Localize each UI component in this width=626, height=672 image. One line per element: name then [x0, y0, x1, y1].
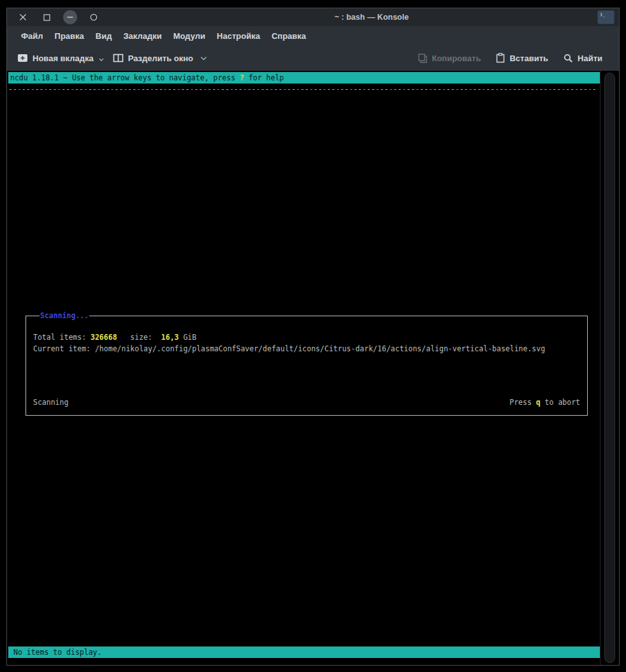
copy-label: Копировать: [432, 54, 481, 63]
konsole-app-icon: ❯_: [597, 10, 615, 24]
size-value: 16,3: [161, 333, 179, 342]
current-item-path: /home/nikolay/.config/plasmaConfSaver/de…: [95, 344, 545, 353]
menu-item-help[interactable]: Справка: [266, 31, 312, 41]
minimize-icon: [66, 13, 74, 21]
find-button[interactable]: Найти: [564, 54, 602, 63]
scrollbar[interactable]: [600, 71, 619, 665]
close-icon: [19, 13, 27, 21]
terminal-screen[interactable]: ncdu 1.18.1 ~ Use the arrow keys to navi…: [7, 71, 619, 665]
keep-above-button[interactable]: [87, 10, 101, 24]
split-window-label: Разделить окно: [128, 54, 193, 63]
paste-label: Вставить: [509, 54, 548, 63]
search-icon: [564, 54, 573, 63]
abort-key: q: [536, 398, 541, 407]
separator-row: ----------------------------------------…: [8, 84, 600, 95]
maximize-icon: [43, 14, 50, 21]
ncdu-header-bar: ncdu 1.18.1 ~ Use the arrow keys to navi…: [8, 72, 600, 84]
chevron-down-icon: [200, 56, 207, 61]
new-tab-label: Новая вкладка: [33, 54, 94, 63]
menu-item-bookmarks[interactable]: Закладки: [117, 31, 167, 41]
close-button[interactable]: [16, 10, 30, 24]
scan-dialog-footer: Scanning Press q to abort: [33, 397, 580, 408]
abort-hint: Press q to abort: [509, 397, 580, 408]
toolbar-right-group: Копировать Вставить Найти: [418, 53, 619, 63]
new-tab-button[interactable]: Новая вкладка: [17, 54, 104, 63]
scan-status: Scanning: [33, 397, 68, 408]
find-label: Найти: [578, 54, 602, 63]
ncdu-footer-bar: No items to display.: [8, 646, 600, 658]
konsole-window: ~ : bash — Konsole ❯_ Файл Правка Вид За…: [6, 8, 620, 666]
scan-dialog-title: Scanning...: [40, 310, 89, 321]
menu-item-edit[interactable]: Правка: [49, 31, 90, 41]
menu-item-settings[interactable]: Настройка: [211, 31, 266, 41]
total-items-value: 326668: [91, 333, 117, 342]
titlebar: ~ : bash — Konsole ❯_: [7, 8, 619, 26]
circle-icon: [90, 13, 98, 21]
chevron-down-icon: [99, 58, 104, 61]
minimize-button[interactable]: [63, 10, 77, 24]
window-title: ~ : bash — Konsole: [335, 13, 409, 22]
window-controls: [7, 10, 101, 24]
split-view-icon: [113, 54, 124, 62]
split-window-button[interactable]: Разделить окно: [113, 54, 207, 63]
scrollbar-thumb[interactable]: [604, 73, 615, 663]
maximize-button[interactable]: [40, 10, 54, 24]
toolbar-left-group: Новая вкладка Разделить окно: [7, 54, 207, 63]
menu-item-file[interactable]: Файл: [15, 31, 49, 41]
help-key-hint: ?: [240, 73, 244, 82]
menubar: Файл Правка Вид Закладки Модули Настройк…: [7, 26, 619, 45]
paste-button[interactable]: Вставить: [496, 53, 548, 63]
menu-item-view[interactable]: Вид: [90, 31, 118, 41]
menu-item-plugins[interactable]: Модули: [168, 31, 211, 41]
copy-button: Копировать: [418, 54, 481, 63]
total-items-row: Total items: 326668 size: 16,3 GiB: [33, 332, 580, 343]
copy-icon: [418, 54, 427, 63]
tab-new-icon: [17, 54, 28, 62]
toolbar: Новая вкладка Разделить окно: [7, 45, 619, 71]
scan-dialog: Scanning... Total items: 326668 size: 16…: [25, 316, 588, 416]
terminal-prompt-glyph: ❯_: [600, 13, 605, 17]
current-item-row: Current item: /home/nikolay/.config/plas…: [33, 343, 580, 354]
paste-icon: [496, 53, 505, 63]
